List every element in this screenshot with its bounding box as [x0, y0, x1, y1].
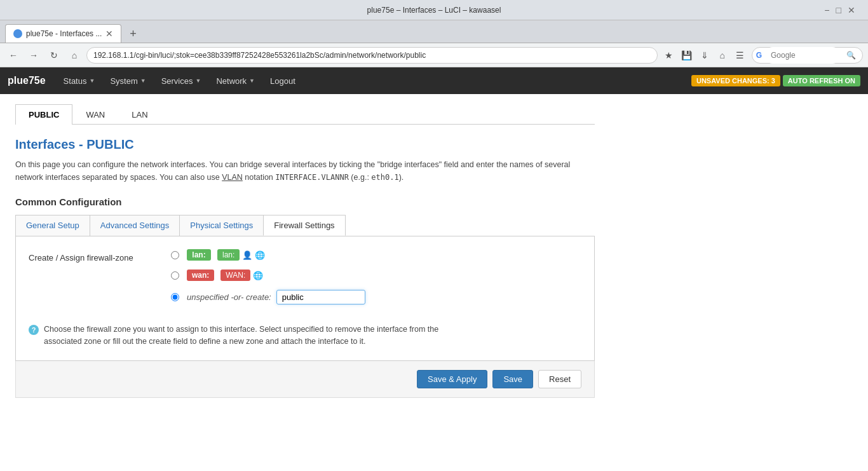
tab-physical-settings[interactable]: Physical Settings — [179, 215, 264, 236]
autorefresh-badge: AUTO REFRESH ON — [783, 75, 860, 86]
vlan-term: VLAN — [222, 173, 243, 182]
tab-favicon — [13, 29, 22, 38]
nav-item-system[interactable]: System ▼ — [102, 67, 153, 94]
help-icon: ? — [29, 325, 39, 335]
lan-globe-icon: 🌐 — [255, 250, 265, 260]
lan-person-icon: 👤 — [242, 250, 252, 260]
wan-tag-container: WAN: 🌐 — [218, 270, 263, 281]
help-text: Choose the firewall zone you want to ass… — [44, 324, 473, 348]
radio-unspecified[interactable] — [171, 293, 179, 301]
forward-button[interactable]: → — [25, 47, 42, 64]
browser-tab-bar: plue75e - Interfaces ... ✕ + — [0, 20, 868, 43]
nav-item-network[interactable]: Network ▼ — [208, 67, 262, 94]
toolbar-icons: ★ 💾 ⇓ ⌂ ☰ — [661, 48, 748, 63]
lan-tag-container: lan: 👤 🌐 — [215, 249, 265, 261]
search-input[interactable] — [764, 47, 841, 64]
unspecified-label: unspecified -or- create: — [187, 292, 271, 302]
reset-button[interactable]: Reset — [538, 370, 581, 388]
services-arrow-icon: ▼ — [196, 78, 201, 84]
config-tabs: General Setup Advanced Settings Physical… — [15, 215, 595, 236]
home-button[interactable]: ⌂ — [66, 47, 83, 64]
nav-item-services[interactable]: Services ▼ — [154, 67, 209, 94]
label-wan[interactable]: wan: WAN: 🌐 — [187, 270, 263, 281]
label-lan[interactable]: lan: lan: 👤 🌐 — [187, 249, 265, 261]
menu-icon[interactable]: ☰ — [733, 48, 748, 63]
browser-title-text: plue75e – Interfaces – LuCI – kawaasel — [367, 6, 501, 15]
tab-lan[interactable]: LAN — [118, 104, 161, 125]
main-content: PUBLIC WAN LAN Interfaces - PUBLIC On th… — [0, 94, 610, 408]
help-text-row: ? Choose the firewall zone you want to a… — [29, 324, 473, 348]
save-page-icon[interactable]: 💾 — [679, 48, 695, 63]
fw-zone-field-label: Create / Assign firewall-zone — [29, 249, 156, 263]
search-icon[interactable]: 🔍 — [843, 48, 858, 63]
save-button[interactable]: Save — [492, 370, 533, 388]
bookmark-star-icon[interactable]: ★ — [661, 48, 677, 63]
browser-title-bar: plue75e – Interfaces – LuCI – kawaasel −… — [0, 0, 868, 20]
browser-address-bar: ← → ↻ ⌂ ★ 💾 ⇓ ⌂ ☰ G 🔍 — [0, 43, 868, 67]
radio-wan[interactable] — [171, 271, 179, 280]
tab-advanced-settings[interactable]: Advanced Settings — [90, 215, 180, 236]
save-apply-button[interactable]: Save & Apply — [417, 370, 487, 388]
nav-item-logout[interactable]: Logout — [262, 67, 303, 94]
address-input[interactable] — [86, 47, 658, 64]
zone-tag-wan: WAN: — [220, 270, 250, 281]
fw-zone-options: lan: lan: 👤 🌐 wan: WAN: — [171, 249, 365, 313]
section-heading: Common Configuration — [15, 196, 595, 207]
label-unspecified[interactable]: unspecified -or- create: — [187, 290, 365, 304]
new-tab-button[interactable]: + — [124, 25, 142, 43]
close-icon[interactable]: ✕ — [848, 5, 855, 15]
status-arrow-icon: ▼ — [89, 78, 95, 84]
back-button[interactable]: ← — [5, 47, 22, 64]
zone-badge-lan: lan: — [187, 249, 211, 261]
unsaved-changes-badge: UNSAVED CHANGES: 3 — [691, 75, 780, 86]
download-icon[interactable]: ⇓ — [697, 48, 712, 63]
tab-public[interactable]: PUBLIC — [15, 104, 72, 125]
zone-tag-lan: lan: — [217, 249, 240, 261]
system-arrow-icon: ▼ — [140, 78, 146, 84]
tab-label: plue75e - Interfaces ... — [26, 29, 102, 38]
home-nav-icon[interactable]: ⌂ — [715, 48, 730, 63]
create-zone-input[interactable] — [276, 290, 365, 304]
google-icon: G — [756, 51, 762, 60]
wan-globe-icon: 🌐 — [253, 271, 263, 280]
page-heading: Interfaces - PUBLIC — [15, 137, 595, 152]
tab-close-button[interactable]: ✕ — [105, 29, 113, 39]
radio-lan[interactable] — [171, 251, 179, 259]
interface-tabs: PUBLIC WAN LAN — [15, 104, 595, 125]
network-arrow-icon: ▼ — [249, 78, 255, 84]
fw-zone-field-row: Create / Assign firewall-zone lan: lan: … — [29, 249, 581, 313]
firewall-tab-content: Create / Assign firewall-zone lan: lan: … — [15, 236, 595, 361]
page-description: On this page you can configure the netwo… — [15, 158, 587, 184]
footer-bar: Save & Apply Save Reset — [15, 361, 595, 398]
google-search-button[interactable]: G — [756, 51, 762, 60]
browser-tab-active[interactable]: plue75e - Interfaces ... ✕ — [5, 24, 121, 43]
nav-item-status[interactable]: Status ▼ — [56, 67, 103, 94]
app-brand: plue75e — [8, 75, 46, 86]
tab-general-setup[interactable]: General Setup — [15, 215, 90, 236]
zone-badge-wan: wan: — [187, 270, 214, 281]
minimize-icon[interactable]: − — [824, 5, 829, 15]
fw-zone-row-wan: wan: WAN: 🌐 — [171, 270, 365, 281]
maximize-icon[interactable]: □ — [836, 5, 841, 15]
app-navbar: plue75e Status ▼ System ▼ Services ▼ Net… — [0, 67, 868, 94]
tab-firewall-settings[interactable]: Firewall Settings — [263, 215, 345, 236]
fw-zone-row-lan: lan: lan: 👤 🌐 — [171, 249, 365, 261]
fw-zone-row-unspecified: unspecified -or- create: — [171, 290, 365, 304]
tab-wan[interactable]: WAN — [72, 104, 118, 125]
reload-button[interactable]: ↻ — [46, 47, 62, 64]
